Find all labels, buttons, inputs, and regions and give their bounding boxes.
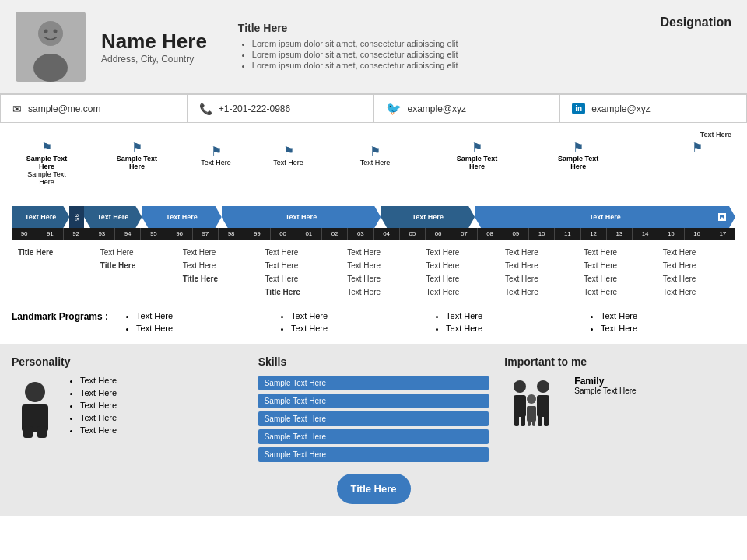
year-01: 01 (296, 228, 322, 240)
personality-list: Text Here Text Here Text Here Text Here … (68, 376, 117, 438)
svg-point-5 (25, 382, 45, 402)
career-row-2: Title Here Text Here Text Here Text Here… (12, 259, 735, 272)
svg-rect-8 (37, 426, 47, 438)
bottom-section: Personality Text Here Text Here Text Her… (0, 344, 747, 516)
career-cell: Text Here (258, 259, 341, 272)
career-table: Title Here Text Here Text Here Text Here… (12, 246, 735, 299)
year-11: 11 (555, 228, 580, 240)
year-98: 98 (219, 228, 244, 240)
career-title-1: Title Here (12, 246, 94, 259)
flag-7-label: Sample TextHere (558, 155, 598, 170)
year-15: 15 (658, 228, 684, 240)
personality-col: Personality Text Here Text Here Text Her… (12, 355, 243, 504)
career-cell: Text Here (657, 259, 735, 272)
email-text: sample@me.com (28, 103, 101, 114)
landmark-item: Text Here (136, 324, 271, 333)
personality-item-2: Text Here (80, 388, 117, 397)
contact-linkedin[interactable]: in example@xyz (560, 95, 746, 122)
career-cell: Text Here (341, 246, 419, 259)
career-spacer (12, 259, 94, 272)
twitter-icon: 🐦 (386, 101, 402, 116)
seg-3-label: Text Here (166, 213, 197, 221)
year-95: 95 (141, 228, 167, 240)
contact-email[interactable]: ✉ sample@me.com (1, 95, 188, 122)
flag-6-label: Sample TextHere (457, 155, 497, 170)
year-93: 93 (89, 228, 115, 240)
year-99: 99 (244, 228, 270, 240)
year-02: 02 (322, 228, 348, 240)
landmark-item: Text Here (291, 324, 426, 333)
career-spacer (12, 272, 94, 285)
skill-bar-4: Sample Text Here (258, 429, 489, 444)
years-bar: 90 91 92 93 94 95 96 97 98 99 00 01 02 0… (12, 228, 735, 240)
avatar (16, 12, 86, 82)
year-13: 13 (607, 228, 633, 240)
landmark-item: Text Here (446, 324, 580, 333)
skill-bar-3: Sample Text Here (258, 411, 489, 426)
person-name: Name Here (101, 30, 207, 54)
career-cell: Text Here (420, 285, 499, 299)
career-title-3: Title Here (177, 272, 259, 285)
personality-item-1: Text Here (80, 376, 117, 385)
personality-item-4: Text Here (80, 413, 117, 422)
career-cell: Text Here (177, 246, 259, 259)
career-title-2: Title Here (94, 259, 177, 272)
person-silhouette (12, 376, 58, 438)
svg-rect-19 (528, 417, 531, 426)
flag-3-icon: ⚑ (211, 144, 222, 159)
year-10: 10 (529, 228, 555, 240)
seg-6-label: Text Here (589, 213, 620, 221)
year-16: 16 (685, 228, 710, 240)
title-button[interactable]: Title Here (337, 474, 411, 504)
landmark-list-3: Text Here Text Here (433, 311, 580, 333)
year-05: 05 (400, 228, 426, 240)
svg-rect-15 (538, 412, 542, 426)
phone-icon: 📞 (199, 103, 212, 115)
svg-point-13 (537, 380, 549, 393)
landmark-col-1: Text Here Text Here (124, 311, 271, 336)
career-cell: Text Here (258, 246, 341, 259)
flag-4: ⚑ Text Here (265, 144, 312, 166)
landmark-col-2: Text Here Text Here (279, 311, 426, 336)
svg-rect-11 (514, 412, 519, 426)
flag-8-icon: ⚑ (692, 140, 703, 155)
contact-twitter[interactable]: 🐦 example@xyz (374, 95, 561, 122)
header-title-text: Title Here (238, 22, 645, 34)
important-title: Important to me (504, 355, 735, 368)
flag-5-label: Text Here (360, 159, 391, 166)
career-cell: Text Here (341, 272, 419, 285)
seg-1-label: Text Here (25, 213, 56, 221)
career-spacer (94, 272, 177, 285)
seg-1: Text Here (12, 206, 69, 228)
flag-3-label: Text Here (201, 159, 231, 166)
important-inner: Family Sample Text Here (504, 376, 735, 434)
personality-inner: Text Here Text Here Text Here Text Here … (12, 376, 243, 438)
career-cell: Text Here (94, 246, 177, 259)
flags-row: ⚑ Sample TextHere Sample TextHere ⚑ Samp… (12, 140, 735, 206)
family-label: Family (574, 376, 636, 387)
timeline-bar: Text Here 95 Text Here Text Here Text He… (12, 206, 735, 228)
flag-4-icon: ⚑ (283, 144, 294, 159)
seg-4: Text Here (222, 206, 381, 228)
svg-point-4 (54, 30, 58, 33)
important-col: Important to me (504, 355, 735, 504)
career-cell: Text Here (577, 246, 656, 259)
career-row-4: Title Here Text Here Text Here Text Here… (12, 285, 735, 299)
flag-3: ⚑ Text Here (193, 144, 240, 166)
bullet-1: Lorem ipsum dolor sit amet, consectetur … (252, 39, 645, 48)
svg-point-1 (38, 21, 63, 46)
header-name-block: Name Here Address, City, Country (101, 30, 207, 65)
flag-5: ⚑ Text Here (352, 144, 398, 166)
header-bullets: Lorem ipsum dolor sit amet, consectetur … (238, 39, 645, 70)
dot-indicator: ● (718, 213, 726, 221)
year-09: 09 (503, 228, 529, 240)
landmark-item: Text Here (291, 311, 426, 320)
year-92: 92 (64, 228, 89, 240)
svg-point-2 (33, 54, 68, 82)
contact-phone[interactable]: 📞 +1-201-222-0986 (188, 95, 374, 122)
svg-point-17 (527, 394, 536, 404)
career-row-3: Title Here Text Here Text Here Text Here… (12, 272, 735, 285)
header-title-block: Title Here Lorem ipsum dolor sit amet, c… (223, 22, 645, 72)
svg-point-3 (44, 30, 48, 33)
landmark-list-4: Text Here Text Here (588, 311, 735, 333)
